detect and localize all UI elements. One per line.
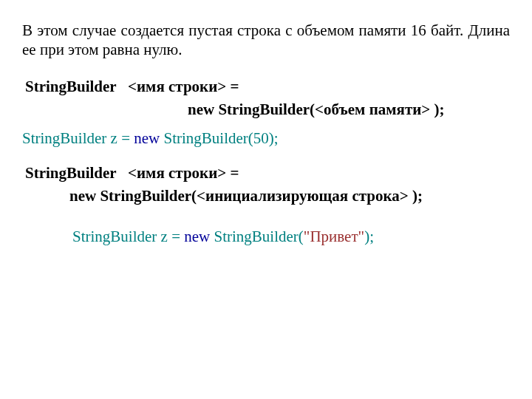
syntax2-declaration: StringBuilder <имя строки> = (25, 164, 511, 183)
example-1: StringBuilder z = new StringBuilder(50); (22, 129, 511, 148)
syntax2-constructor: new StringBuilder(<инициализирующая стро… (25, 187, 511, 205)
syntax-block-1: StringBuilder <имя строки> = new StringB… (25, 78, 511, 119)
example2-maroon: "Привет" (304, 228, 364, 245)
intro-paragraph: В этом случае создается пустая строка с … (22, 21, 510, 60)
syntax1-declaration: StringBuilder <имя строки> = (25, 78, 511, 96)
example2-navy: new (184, 228, 210, 245)
example1-navy: new (134, 129, 160, 147)
syntax-block-2: StringBuilder <имя строки> = new StringB… (25, 164, 511, 205)
example2-teal-a: StringBuilder z = (72, 228, 184, 245)
example2-teal-b: StringBuilder( (210, 228, 304, 245)
example2-teal-c: ); (364, 228, 374, 245)
example1-teal-a: StringBuilder z = (22, 129, 134, 147)
example1-teal-b: StringBuilder(50); (160, 129, 278, 147)
syntax1-constructor: new StringBuilder(<объем памяти> ); (25, 100, 511, 119)
example-2: StringBuilder z = new StringBuilder("При… (21, 228, 511, 246)
